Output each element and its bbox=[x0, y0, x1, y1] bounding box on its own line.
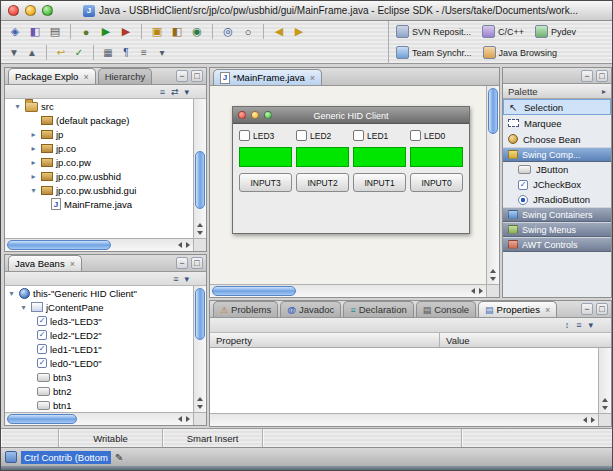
scroll-right-icon[interactable] bbox=[479, 288, 483, 294]
column-header-value[interactable]: Value bbox=[440, 333, 611, 347]
fast-view-icon[interactable] bbox=[5, 451, 17, 463]
link-with-editor-icon[interactable]: ⇄ bbox=[171, 87, 179, 97]
last-edit-location-icon[interactable]: ↩ bbox=[53, 45, 69, 61]
scroll-up-icon[interactable] bbox=[490, 269, 496, 273]
print-icon[interactable]: ▤ bbox=[46, 23, 64, 41]
vertical-scrollbar[interactable] bbox=[193, 99, 206, 238]
palette-item-jradiobutton[interactable]: JRadioButton bbox=[503, 192, 611, 207]
palette-category-awt-controls[interactable]: AWT Controls bbox=[503, 237, 611, 252]
tree-item-jp-co-pw[interactable]: ▸ jp.co.pw bbox=[5, 155, 193, 169]
scroll-up-icon[interactable] bbox=[197, 223, 203, 227]
pencil-icon[interactable]: ✎ bbox=[115, 452, 123, 463]
ctrl-contrib-label[interactable]: Ctrl Contrib (Bottom bbox=[21, 451, 111, 464]
minimize-view-icon[interactable]: − bbox=[581, 303, 593, 315]
back-icon[interactable]: ◀ bbox=[270, 23, 288, 41]
led3-indicator[interactable] bbox=[239, 147, 292, 167]
tree-item-jp[interactable]: ▸ jp bbox=[5, 127, 193, 141]
led1-indicator[interactable] bbox=[353, 147, 406, 167]
tab-javadoc[interactable]: @ Javadoc bbox=[280, 301, 341, 317]
outline-icon[interactable]: ≡ bbox=[136, 45, 152, 61]
view-menu-icon[interactable]: ▾ bbox=[588, 320, 593, 330]
expander-icon[interactable]: ▸ bbox=[29, 144, 38, 153]
horizontal-scrollbar[interactable] bbox=[210, 413, 598, 426]
tree-item-src[interactable]: ▾ src bbox=[5, 99, 193, 113]
input1-button[interactable]: INPUT1 bbox=[353, 173, 406, 192]
run-icon[interactable]: ▶ bbox=[97, 23, 115, 41]
vertical-scrollbar[interactable] bbox=[193, 286, 206, 412]
input0-button[interactable]: INPUT0 bbox=[410, 173, 463, 192]
close-window-icon[interactable] bbox=[8, 5, 19, 16]
maximize-view-icon[interactable]: □ bbox=[596, 70, 608, 82]
vertical-scrollbar[interactable] bbox=[598, 348, 611, 413]
tree-item-jp-co-pw-usbhid[interactable]: ▸ jp.co.pw.usbhid bbox=[5, 169, 193, 183]
filter-icon[interactable]: ≡ bbox=[576, 320, 581, 330]
scrollbar-thumb[interactable] bbox=[7, 414, 77, 424]
chevron-right-icon[interactable]: ▸ bbox=[602, 87, 606, 96]
collapse-all-icon[interactable]: ≡ bbox=[173, 274, 178, 284]
tab-declaration[interactable]: ≡ Declaration bbox=[343, 301, 413, 317]
scroll-down-icon[interactable] bbox=[197, 231, 203, 235]
tree-item-this[interactable]: ▾ this-"Generic HID Client" bbox=[5, 286, 193, 300]
expander-icon[interactable]: ▸ bbox=[29, 130, 38, 139]
title-bar[interactable]: J Java - USBHidClient/src/jp/co/pw/usbhi… bbox=[1, 1, 612, 21]
input3-button[interactable]: INPUT3 bbox=[239, 173, 292, 192]
tree-item-led2[interactable]: ✓ led2-"LED2" bbox=[5, 328, 193, 342]
perspective-java-browsing[interactable]: Java Browsing bbox=[483, 46, 558, 59]
scrollbar-thumb[interactable] bbox=[195, 288, 205, 340]
tree-item-led3[interactable]: ✓ led3-"LED3" bbox=[5, 314, 193, 328]
palette-tool-choose-bean[interactable]: Choose Bean bbox=[503, 131, 611, 147]
perspective-svn[interactable]: SVN Reposit... bbox=[396, 25, 471, 38]
scroll-up-icon[interactable] bbox=[602, 398, 608, 402]
expander-icon[interactable]: ▾ bbox=[7, 289, 16, 298]
tab-mainframe-java[interactable]: J *MainFrame.java × bbox=[213, 69, 322, 85]
perspective-cpp[interactable]: C/C++ bbox=[482, 25, 524, 38]
debug-icon[interactable]: ● bbox=[77, 23, 95, 41]
tab-hierarchy[interactable]: Hierarchy bbox=[98, 68, 153, 84]
scroll-left-icon[interactable] bbox=[583, 417, 587, 423]
scrollbar-thumb[interactable] bbox=[488, 88, 498, 134]
perspective-team[interactable]: Team Synchr... bbox=[396, 46, 472, 59]
external-tools-icon[interactable]: ▶ bbox=[117, 23, 135, 41]
horizontal-scrollbar[interactable] bbox=[5, 412, 193, 425]
minimize-view-icon[interactable]: − bbox=[176, 70, 188, 82]
horizontal-scrollbar[interactable] bbox=[210, 284, 486, 297]
view-menu-icon[interactable]: ▾ bbox=[184, 274, 189, 284]
new-java-project-icon[interactable]: ▣ bbox=[148, 23, 166, 41]
scroll-up-icon[interactable] bbox=[197, 397, 203, 401]
collapse-all-icon[interactable]: ≡ bbox=[160, 87, 165, 97]
scroll-right-icon[interactable] bbox=[186, 416, 190, 422]
new-class-icon[interactable]: ◉ bbox=[188, 23, 206, 41]
tab-problems[interactable]: ⚠ Problems bbox=[213, 301, 278, 317]
zoom-window-icon[interactable] bbox=[42, 5, 53, 16]
close-icon[interactable]: × bbox=[83, 72, 88, 82]
tree-item-btn2[interactable]: btn2 bbox=[5, 384, 193, 398]
new-package-icon[interactable]: ◧ bbox=[168, 23, 186, 41]
save-icon[interactable]: ◧ bbox=[26, 23, 44, 41]
scrollbar-thumb[interactable] bbox=[195, 151, 205, 209]
expander-icon[interactable]: ▸ bbox=[29, 158, 38, 167]
close-icon[interactable]: × bbox=[545, 305, 550, 315]
properties-table-body[interactable] bbox=[210, 348, 598, 413]
close-icon[interactable]: × bbox=[70, 259, 75, 269]
tree-item-btn1[interactable]: btn1 bbox=[5, 398, 193, 412]
perspective-pydev[interactable]: Pydev bbox=[535, 25, 576, 38]
new-wizard-icon[interactable]: ◈ bbox=[6, 23, 24, 41]
led0-checkbox[interactable]: LED0 bbox=[410, 130, 463, 141]
maximize-view-icon[interactable]: □ bbox=[191, 70, 203, 82]
expander-icon[interactable]: ▸ bbox=[29, 172, 38, 181]
palette-category-swing-menus[interactable]: Swing Menus bbox=[503, 222, 611, 237]
minimize-view-icon[interactable]: − bbox=[581, 70, 593, 82]
scrollbar-thumb[interactable] bbox=[7, 240, 111, 250]
scroll-down-icon[interactable] bbox=[490, 277, 496, 281]
palette-category-swing-containers[interactable]: Swing Containers bbox=[503, 207, 611, 222]
palette-tool-marquee[interactable]: Marquee bbox=[503, 115, 611, 131]
vertical-scrollbar[interactable] bbox=[486, 86, 499, 284]
horizontal-scrollbar[interactable] bbox=[5, 238, 193, 251]
tree-item-btn3[interactable]: btn3 bbox=[5, 370, 193, 384]
tree-item-jp-co-pw-usbhid-gui[interactable]: ▾ jp.co.pw.usbhid.gui bbox=[5, 183, 193, 197]
designed-frame[interactable]: Generic HID Client LED3 LED2 bbox=[232, 106, 470, 234]
tab-console[interactable]: ▤ Console bbox=[416, 301, 476, 317]
scroll-right-icon[interactable] bbox=[186, 242, 190, 248]
maximize-view-icon[interactable]: □ bbox=[596, 303, 608, 315]
designed-frame-titlebar[interactable]: Generic HID Client bbox=[233, 107, 469, 124]
